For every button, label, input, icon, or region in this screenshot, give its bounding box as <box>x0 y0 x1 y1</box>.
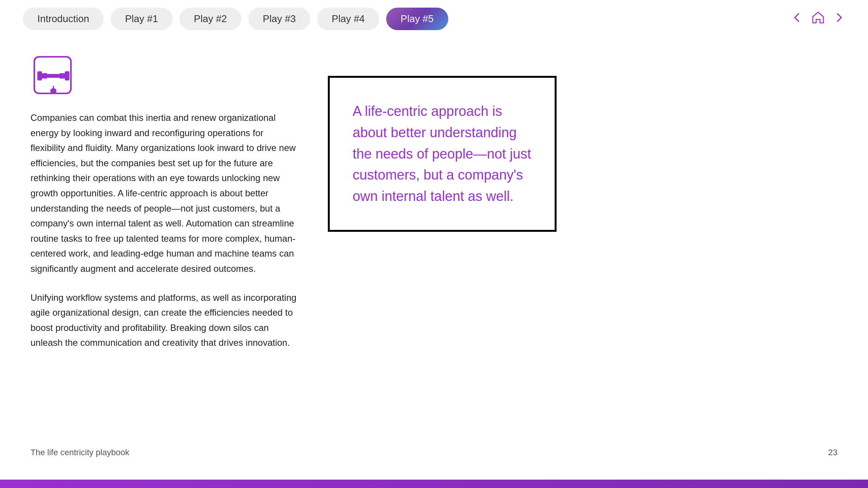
footer-title: The life centricity playbook <box>30 448 129 458</box>
tab-play2[interactable]: Play #2 <box>180 8 242 30</box>
nav-tabs-container: Introduction Play #1 Play #2 Play #3 Pla… <box>23 8 448 30</box>
body-text-paragraph-1: Companies can combat this inertia and re… <box>30 110 297 276</box>
next-arrow-button[interactable] <box>833 11 845 26</box>
bottom-bar <box>0 480 868 488</box>
svg-rect-3 <box>47 74 59 78</box>
svg-rect-4 <box>59 73 65 79</box>
quote-box: A life-centric approach is about better … <box>328 76 557 232</box>
footer: The life centricity playbook 23 <box>0 448 868 458</box>
tab-play1[interactable]: Play #1 <box>111 8 173 30</box>
section-icon <box>30 53 76 99</box>
main-content: Companies can combat this inertia and re… <box>0 38 868 379</box>
svg-rect-5 <box>65 71 69 80</box>
body-text-paragraph-2: Unifying workflow systems and platforms,… <box>30 290 297 350</box>
footer-page-number: 23 <box>828 448 838 458</box>
svg-rect-2 <box>42 73 47 79</box>
nav-controls <box>791 10 845 28</box>
quote-text: A life-centric approach is about better … <box>353 101 532 207</box>
svg-rect-1 <box>37 71 42 80</box>
tab-play3[interactable]: Play #3 <box>248 8 310 30</box>
right-panel: A life-centric approach is about better … <box>328 76 557 232</box>
home-button[interactable] <box>811 10 825 28</box>
left-panel: Companies can combat this inertia and re… <box>30 53 297 364</box>
prev-arrow-button[interactable] <box>791 11 803 26</box>
tab-play4[interactable]: Play #4 <box>317 8 379 30</box>
svg-point-6 <box>50 88 56 94</box>
tab-introduction[interactable]: Introduction <box>23 8 104 30</box>
navigation-bar: Introduction Play #1 Play #2 Play #3 Pla… <box>0 0 868 38</box>
tab-play5[interactable]: Play #5 <box>386 8 448 30</box>
